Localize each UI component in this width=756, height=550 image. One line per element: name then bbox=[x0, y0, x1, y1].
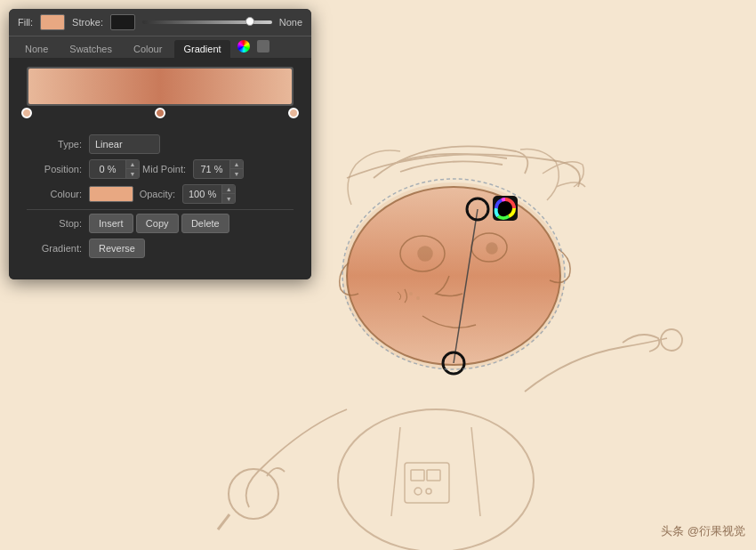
position-value: 0 % bbox=[90, 164, 125, 174]
svg-point-18 bbox=[487, 243, 497, 254]
position-arrows: ▲ ▼ bbox=[125, 159, 139, 179]
color-wheel-icon[interactable] bbox=[237, 40, 250, 53]
tab-gradient[interactable]: Gradient bbox=[174, 40, 229, 58]
opacity-value: 100 % bbox=[183, 189, 221, 199]
colour-label: Colour: bbox=[27, 189, 89, 199]
midpoint-up[interactable]: ▲ bbox=[230, 159, 243, 169]
opacity-arrows: ▲ ▼ bbox=[221, 184, 235, 204]
tab-colour[interactable]: Colour bbox=[125, 40, 171, 58]
stroke-swatch[interactable] bbox=[110, 14, 135, 30]
tab-bar: None Swatches Colour Gradient bbox=[9, 36, 311, 58]
opacity-up[interactable]: ▲ bbox=[222, 184, 235, 194]
gradient-bar[interactable] bbox=[28, 69, 292, 104]
position-down[interactable]: ▼ bbox=[126, 169, 139, 179]
position-label: Position: bbox=[27, 164, 89, 174]
copy-button[interactable]: Copy bbox=[136, 214, 179, 233]
gradient-row: Gradient: Reverse bbox=[27, 239, 294, 258]
top-bar: Fill: Stroke: None bbox=[9, 9, 311, 36]
none-label: None bbox=[279, 17, 302, 28]
delete-button[interactable]: Delete bbox=[181, 214, 229, 233]
midpoint-arrows: ▲ ▼ bbox=[229, 159, 243, 179]
divider-1 bbox=[27, 209, 294, 210]
svg-point-19 bbox=[409, 292, 413, 295]
gradient-content: Type: Linear Radial Position: 0 % ▲ ▼ Mi… bbox=[9, 58, 311, 279]
stroke-label: Stroke: bbox=[72, 17, 103, 28]
svg-point-23 bbox=[443, 352, 464, 374]
stroke-slider-thumb bbox=[245, 17, 254, 26]
type-row: Type: Linear Radial bbox=[27, 134, 294, 154]
reverse-button[interactable]: Reverse bbox=[89, 239, 145, 258]
midpoint-label: Mid Point: bbox=[140, 164, 193, 174]
gradient-bar-wrapper bbox=[27, 67, 294, 106]
opacity-stepper[interactable]: 100 % ▲ ▼ bbox=[182, 184, 236, 204]
svg-point-13 bbox=[347, 187, 560, 365]
gradient-stops-row bbox=[27, 106, 294, 120]
form-section: Type: Linear Radial Position: 0 % ▲ ▼ Mi… bbox=[18, 127, 302, 271]
fill-label: Fill: bbox=[18, 17, 33, 28]
insert-button[interactable]: Insert bbox=[89, 214, 133, 233]
midpoint-down[interactable]: ▼ bbox=[230, 169, 243, 179]
stroke-slider[interactable] bbox=[142, 20, 272, 24]
tab-swatches[interactable]: Swatches bbox=[60, 40, 121, 58]
watermark: 头条 @衍果视觉 bbox=[661, 523, 745, 539]
stop-row: Stop: Insert Copy Delete bbox=[27, 214, 294, 233]
opacity-label: Opacity: bbox=[133, 189, 182, 199]
opacity-down[interactable]: ▼ bbox=[222, 194, 235, 204]
stop-label: Stop: bbox=[27, 218, 89, 229]
fill-swatch[interactable] bbox=[40, 14, 65, 30]
type-label: Type: bbox=[27, 139, 89, 150]
stop-handle-mid[interactable] bbox=[155, 108, 165, 118]
colour-opacity-row: Colour: Opacity: 100 % ▲ ▼ bbox=[27, 184, 294, 204]
stop-handle-left[interactable] bbox=[21, 108, 32, 118]
position-midpoint-row: Position: 0 % ▲ ▼ Mid Point: 71 % ▲ ▼ bbox=[27, 159, 294, 179]
svg-point-17 bbox=[418, 247, 432, 261]
colour-swatch[interactable] bbox=[89, 186, 133, 202]
midpoint-value: 71 % bbox=[194, 164, 229, 174]
gradient-preview-container bbox=[18, 67, 302, 120]
gradient-panel: Fill: Stroke: None None Swatches Colour … bbox=[9, 9, 311, 279]
tab-none[interactable]: None bbox=[16, 40, 57, 58]
svg-point-22 bbox=[467, 198, 488, 220]
type-select[interactable]: Linear Radial bbox=[89, 134, 160, 154]
stop-handle-right[interactable] bbox=[288, 108, 299, 118]
position-up[interactable]: ▲ bbox=[126, 159, 139, 169]
eyedropper-icon[interactable] bbox=[257, 40, 269, 53]
midpoint-stepper[interactable]: 71 % ▲ ▼ bbox=[193, 159, 244, 179]
position-stepper[interactable]: 0 % ▲ ▼ bbox=[89, 159, 140, 179]
svg-point-20 bbox=[416, 296, 420, 300]
gradient-label: Gradient: bbox=[27, 243, 89, 254]
